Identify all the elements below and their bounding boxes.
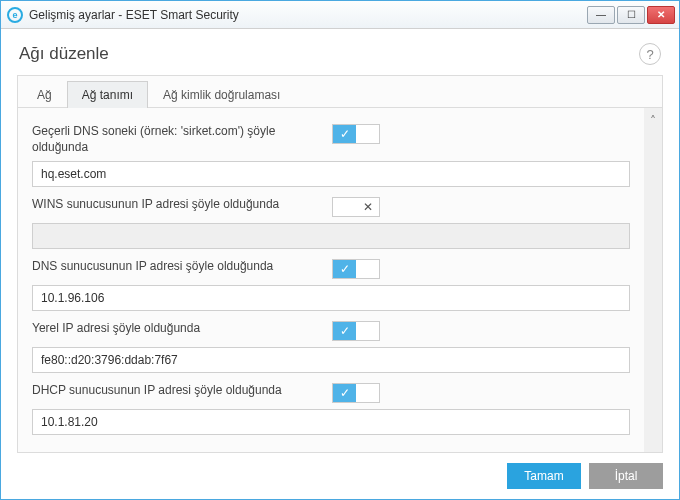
row-local-ip: Yerel IP adresi şöyle olduğunda ✓ (32, 321, 630, 341)
dns-ip-input[interactable] (32, 285, 630, 311)
dialog-footer: Tamam İptal (1, 453, 679, 499)
wins-ip-toggle[interactable]: ✕ (332, 197, 380, 217)
wins-ip-label: WINS sunucusunun IP adresi şöyle olduğun… (32, 197, 332, 213)
page-title: Ağı düzenle (19, 44, 639, 64)
tab-content: Geçerli DNS soneki (örnek: 'sirket.com')… (18, 108, 644, 452)
local-ip-input-row (32, 347, 630, 373)
local-ip-toggle[interactable]: ✓ (332, 321, 380, 341)
dhcp-ip-toggle[interactable]: ✓ (332, 383, 380, 403)
ok-label: Tamam (524, 469, 563, 483)
check-icon: ✓ (340, 128, 350, 140)
row-dns-ip: DNS sunucusunun IP adresi şöyle olduğund… (32, 259, 630, 279)
content-wrap: Geçerli DNS soneki (örnek: 'sirket.com')… (18, 108, 662, 452)
check-icon: ✓ (340, 325, 350, 337)
dhcp-ip-label: DHCP sunucusunun IP adresi şöyle olduğun… (32, 383, 332, 399)
row-wins-ip: WINS sunucusunun IP adresi şöyle olduğun… (32, 197, 630, 217)
maximize-button[interactable]: ☐ (617, 6, 645, 24)
help-icon: ? (646, 47, 653, 62)
check-icon: ✓ (340, 387, 350, 399)
app-window: e Gelişmiş ayarlar - ESET Smart Security… (0, 0, 680, 500)
dns-ip-input-row (32, 285, 630, 311)
settings-panel: Ağ Ağ tanımı Ağ kimlik doğrulaması Geçer… (17, 75, 663, 453)
app-icon-letter: e (12, 10, 17, 20)
tab-label: Ağ tanımı (82, 88, 133, 102)
window-title: Gelişmiş ayarlar - ESET Smart Security (29, 8, 587, 22)
dns-ip-toggle[interactable]: ✓ (332, 259, 380, 279)
check-icon: ✓ (340, 263, 350, 275)
local-ip-input[interactable] (32, 347, 630, 373)
window-button-group: — ☐ ✕ (587, 6, 675, 24)
tab-network[interactable]: Ağ (22, 81, 67, 108)
row-dhcp-ip: DHCP sunucusunun IP adresi şöyle olduğun… (32, 383, 630, 403)
app-icon: e (7, 7, 23, 23)
cancel-label: İptal (615, 469, 638, 483)
dns-suffix-input-row (32, 161, 630, 187)
help-button[interactable]: ? (639, 43, 661, 65)
tab-label: Ağ kimlik doğrulaması (163, 88, 280, 102)
tab-bar: Ağ Ağ tanımı Ağ kimlik doğrulaması (18, 76, 662, 108)
close-button[interactable]: ✕ (647, 6, 675, 24)
cancel-button[interactable]: İptal (589, 463, 663, 489)
minimize-button[interactable]: — (587, 6, 615, 24)
dns-suffix-label: Geçerli DNS soneki (örnek: 'sirket.com')… (32, 124, 332, 155)
ok-button[interactable]: Tamam (507, 463, 581, 489)
wins-ip-input-row (32, 223, 630, 249)
dns-suffix-input[interactable] (32, 161, 630, 187)
dialog-header: Ağı düzenle ? (1, 29, 679, 75)
minimize-icon: — (596, 9, 606, 20)
tab-network-definition[interactable]: Ağ tanımı (67, 81, 148, 108)
local-ip-label: Yerel IP adresi şöyle olduğunda (32, 321, 332, 337)
dns-suffix-toggle[interactable]: ✓ (332, 124, 380, 144)
dhcp-ip-input-row (32, 409, 630, 435)
scrollbar[interactable]: ˄ (644, 108, 662, 452)
maximize-icon: ☐ (627, 9, 636, 20)
titlebar: e Gelişmiş ayarlar - ESET Smart Security… (1, 1, 679, 29)
tab-network-auth[interactable]: Ağ kimlik doğrulaması (148, 81, 295, 108)
cross-icon: ✕ (363, 201, 373, 213)
wins-ip-input (32, 223, 630, 249)
dhcp-ip-input[interactable] (32, 409, 630, 435)
tab-label: Ağ (37, 88, 52, 102)
close-icon: ✕ (657, 9, 665, 20)
dns-ip-label: DNS sunucusunun IP adresi şöyle olduğund… (32, 259, 332, 275)
chevron-up-icon: ˄ (650, 114, 656, 128)
row-dns-suffix: Geçerli DNS soneki (örnek: 'sirket.com')… (32, 124, 630, 155)
